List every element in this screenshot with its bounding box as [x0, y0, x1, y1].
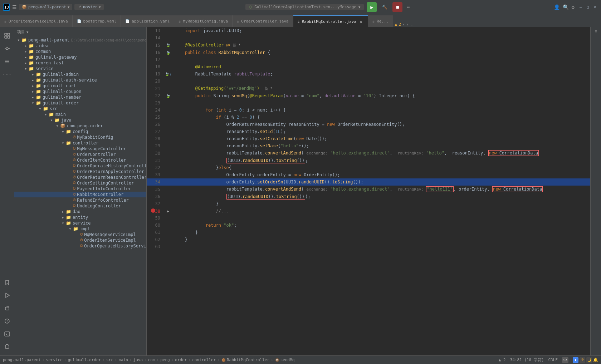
tab-scroll-right[interactable]: › — [406, 22, 409, 27]
notifications-tool-button[interactable] — [1, 341, 13, 353]
project-tool-button[interactable] — [1, 30, 13, 41]
code-editor[interactable]: 13 import java.util.UUID; 14 15 🍃 @RestC… — [147, 27, 590, 355]
tree-item-service[interactable]: ▼ 📁 service — [14, 66, 146, 72]
bookmark-tool-button[interactable] — [1, 277, 13, 288]
tree-item-gateway[interactable]: ▶ 📁 gulimall-gateway — [14, 54, 146, 60]
tree-item-orderctrl[interactable]: ▶ © OrderController — [14, 152, 146, 157]
position-indicator[interactable]: 34:81 (10 字符) — [510, 357, 544, 363]
line-content-63 — [172, 243, 590, 250]
tree-item-package[interactable]: ▼ 📦 com.peng.order — [14, 123, 146, 129]
tree-item-ordersetting[interactable]: ▶ © OrderSettingController — [14, 180, 146, 186]
indent-indicator[interactable]: 中 — [562, 357, 568, 363]
project-arrow[interactable]: ▼ — [26, 30, 28, 34]
collapse-arrow-38[interactable]: ▶ — [167, 209, 169, 213]
tree-item-myrabbitconfig[interactable]: ▶ © MyRabbitConfig — [14, 134, 146, 140]
tree-item-java[interactable]: ▼ 📁 java — [14, 117, 146, 123]
code-line-25: 25 if (i % 2 == 0) { — [147, 114, 590, 121]
breadcrumb-peng[interactable]: peng — [160, 358, 170, 362]
search-icon[interactable]: 🔍 — [563, 4, 569, 10]
more-tool-button[interactable]: ··· — [1, 69, 13, 80]
tree-item-idea[interactable]: ▶ 📁 .idea — [14, 43, 146, 49]
tree-item-returnreason[interactable]: ▶ © OrderReturnReasonController — [14, 174, 146, 180]
breadcrumb-service[interactable]: service — [46, 358, 63, 362]
stop-button[interactable]: ■ — [392, 2, 402, 12]
tree-item-entity[interactable]: ▶ 📁 entity — [14, 215, 146, 220]
tree-item-config[interactable]: ▼ 📁 config — [14, 129, 146, 134]
run-tool-button[interactable] — [1, 290, 13, 301]
tree-item-orderitem[interactable]: ▶ © OrderItemController — [14, 157, 146, 163]
maximize-button[interactable]: □ — [585, 4, 591, 10]
breadcrumb-com[interactable]: com — [148, 358, 155, 362]
project-badge[interactable]: 📦 peng-mall-parent ▼ — [19, 4, 72, 10]
gutter-icon-19: 🍃↓ — [165, 72, 171, 76]
breadcrumb-src[interactable]: src — [106, 358, 113, 362]
build-button[interactable]: 🔨 — [380, 2, 390, 12]
problems-tool-button[interactable] — [1, 315, 13, 327]
git-indicator[interactable]: ▲ 2 — [499, 358, 506, 362]
debug-tool-button[interactable] — [1, 302, 13, 314]
tab-rabbitmq[interactable]: ☕ RabbitMqController.java ✕ — [293, 15, 368, 27]
tree-item-controller[interactable]: ▼ 📁 controller — [14, 140, 146, 146]
settings-icon[interactable]: ⚙ — [572, 4, 575, 10]
breadcrumb-root[interactable]: peng-mall-parent — [3, 358, 41, 362]
breadcrumb-controller[interactable]: controller — [192, 358, 216, 362]
hamburger-icon[interactable]: ☰ — [12, 4, 17, 10]
tree-item-rabbitmqctrl[interactable]: ▶ © RabbitMqController — [14, 192, 146, 197]
tree-item-mqimpl[interactable]: ▶ © MqMessageServiceImpl — [14, 232, 146, 237]
terminal-tool-button[interactable] — [1, 328, 13, 340]
tree-item-mqmessage[interactable]: ▶ © MqMessageController — [14, 146, 146, 152]
run-button[interactable]: ▶ — [367, 2, 377, 12]
tab-application[interactable]: 📄 application.yaml — [121, 15, 174, 27]
tree-item-coupon[interactable]: ▶ 📁 gulimall-coupon — [14, 89, 146, 94]
tab-scroll-left[interactable]: ‹ — [402, 22, 405, 27]
tree-item-dao[interactable]: ▶ 📁 dao — [14, 209, 146, 215]
tree-item-admin[interactable]: ▶ 📁 gulimall-admin — [14, 72, 146, 77]
tree-item-impl[interactable]: ▼ 📁 impl — [14, 226, 146, 232]
breadcrumb-class[interactable]: CRabbitMqController — [221, 358, 269, 363]
minimize-button[interactable]: — — [577, 4, 584, 10]
account-icon[interactable]: 👤 — [554, 4, 560, 10]
tree-item-undolog[interactable]: ▶ © UndoLogController — [14, 203, 146, 209]
maven-tool-button[interactable]: m — [592, 29, 600, 34]
more-actions-button[interactable]: ⋯ — [405, 3, 412, 11]
tree-item-src[interactable]: ▼ 📁 src — [14, 106, 146, 112]
warning-count: 2 — [399, 22, 401, 27]
breadcrumb-main[interactable]: main — [118, 358, 128, 362]
breadcrumb-gulimall-order[interactable]: gulimall-order — [68, 358, 101, 362]
tree-arrow-service: ▼ — [23, 67, 29, 70]
encoding-indicator[interactable]: CRLF — [548, 358, 558, 362]
tree-item-common[interactable]: ▶ 📁 common — [14, 49, 146, 54]
tab-orderitemservice[interactable]: ☕ OrderItemServiceImpl.java — [0, 15, 73, 27]
tree-item-renren[interactable]: ▶ 📁 renren-fast — [14, 60, 146, 66]
commit-tool-button[interactable] — [1, 43, 13, 54]
tree-item-member[interactable]: ▶ 📁 gulimall-member — [14, 94, 146, 100]
tree-item-operateimpl[interactable]: ▶ © OrderOperateHistoryServiceIm — [14, 243, 146, 249]
notification-icon[interactable]: 🔔 — [593, 358, 598, 362]
tree-item-cart[interactable]: ▶ 📁 gulimall-cart — [14, 83, 146, 89]
tree-item-orderitemimpl[interactable]: ▶ © OrderItemServiceImpl — [14, 237, 146, 243]
tree-item-main[interactable]: ▼ 📁 main — [14, 112, 146, 117]
close-button[interactable]: ✕ — [592, 4, 598, 10]
tab-myrabbit[interactable]: ☕ MyRabbitConfig.java — [174, 15, 233, 27]
tree-item-order[interactable]: ▼ 📁 gulimall-order — [14, 100, 146, 106]
tab-ordercontroller[interactable]: ☕ OrderController.java — [233, 15, 293, 27]
breadcrumb-method[interactable]: msendMq — [275, 358, 295, 363]
tab-close-rabbitmq[interactable]: ✕ — [358, 19, 363, 24]
breakpoint-38[interactable] — [151, 208, 155, 213]
tree-item-returnApply[interactable]: ▶ © OrderReturnApplyController — [14, 169, 146, 174]
tab-bootstrap[interactable]: 📄 bootstrap.yaml — [73, 15, 121, 27]
tab-more[interactable]: ⋮ — [410, 22, 414, 27]
tab-re[interactable]: ☕ Re... — [368, 15, 393, 27]
structure-tool-button[interactable] — [1, 56, 13, 67]
tree-item-refund[interactable]: ▶ © RefundInfoController — [14, 197, 146, 203]
breadcrumb-java[interactable]: java — [133, 358, 143, 362]
breadcrumb-order[interactable]: order — [175, 358, 187, 362]
tree-root[interactable]: ▼ 📁 peng-mall-parent E:\Data\gitCode\pen… — [14, 37, 146, 43]
tree-item-orderoperate[interactable]: ▶ © OrderOperateHistoryController — [14, 163, 146, 169]
run-config-badge[interactable]: ⬡ GulimallOrderApplicationTest.sen...yMe… — [245, 4, 364, 10]
tree-item-payment[interactable]: ▶ © PaymentInfoController — [14, 186, 146, 192]
code-line-18: 18 @Autowired — [147, 63, 590, 70]
branch-badge[interactable]: ⎇ master ▼ — [74, 4, 103, 10]
tree-item-service2[interactable]: ▼ 📁 service — [14, 220, 146, 226]
tree-item-auth[interactable]: ▶ 📁 gulimall-auth-service — [14, 77, 146, 83]
